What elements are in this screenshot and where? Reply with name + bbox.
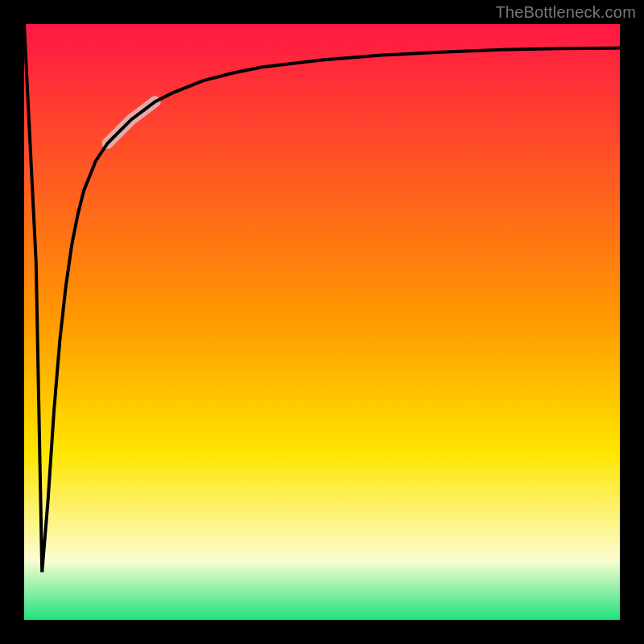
- watermark-label: TheBottleneck.com: [495, 3, 636, 22]
- bottleneck-chart: [0, 0, 644, 644]
- gradient-plot-area: [24, 24, 620, 620]
